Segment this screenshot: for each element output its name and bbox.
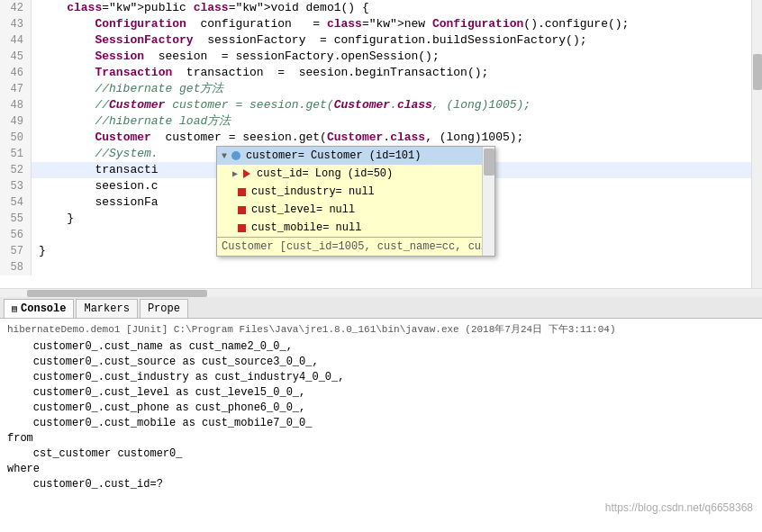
console-tab-prope[interactable]: Prope — [140, 299, 188, 318]
line-number: 53 — [0, 178, 32, 194]
console-line: customer0_.cust_name as cust_name2_0_0_, — [7, 339, 755, 355]
ac-scrollbar[interactable] — [482, 147, 494, 256]
autocomplete-popup[interactable]: ▼customer= Customer (id=101)▶cust_id= Lo… — [216, 146, 495, 257]
ac-item[interactable]: ▼customer= Customer (id=101) — [217, 147, 494, 165]
code-editor[interactable]: 42 class="kw">public class="kw">void dem… — [0, 0, 751, 288]
console-header: hibernateDemo.demo1 [JUnit] C:\Program F… — [7, 322, 755, 336]
code-line: 47 //hibernate get方法 — [0, 81, 751, 97]
line-number: 58 — [0, 259, 32, 275]
ac-item-icon — [235, 221, 248, 234]
code-line: 50 Customer customer = seesion.get(Custo… — [0, 130, 751, 146]
ac-item-icon — [240, 167, 253, 180]
ac-item[interactable]: cust_mobile= null — [217, 219, 494, 237]
console-tab-label: Console — [21, 302, 66, 315]
line-number: 57 — [0, 243, 32, 259]
console-lines: customer0_.cust_name as cust_name2_0_0_,… — [7, 339, 755, 492]
line-number: 47 — [0, 81, 32, 97]
ac-item-icon — [235, 185, 248, 198]
code-line: 44 SessionFactory sessionFactory = confi… — [0, 32, 751, 49]
console-line: customer0_.cust_phone as cust_phone6_0_0… — [7, 401, 755, 416]
code-line: 43 Configuration configuration = class="… — [0, 16, 751, 32]
code-line: 48 //Customer customer = seesion.get(Cus… — [0, 97, 751, 113]
code-line: 42 class="kw">public class="kw">void dem… — [0, 0, 751, 16]
console-tab-markers[interactable]: Markers — [76, 299, 137, 318]
line-number: 51 — [0, 146, 32, 162]
line-content: class="kw">public class="kw">void demo1(… — [32, 0, 751, 16]
ac-item-text: cust_industry= null — [251, 185, 375, 198]
line-content: Session seesion = sessionFactory.openSes… — [32, 49, 751, 65]
console-tabs: ▤ConsoleMarkersPrope — [0, 297, 762, 319]
editor-hscrollbar[interactable] — [0, 288, 762, 297]
line-number: 42 — [0, 0, 32, 16]
code-line: 45 Session seesion = sessionFactory.open… — [0, 49, 751, 65]
console-line: customer0_.cust_industry as cust_industr… — [7, 370, 755, 385]
ac-item[interactable]: cust_industry= null — [217, 183, 494, 201]
line-content: Transaction transaction = seesion.beginT… — [32, 65, 751, 81]
console-line: customer0_.cust_id=? — [7, 477, 755, 492]
code-line: 46 Transaction transaction = seesion.beg… — [0, 65, 751, 81]
code-line: 49 //hibernate load方法 — [0, 113, 751, 130]
console-output: hibernateDemo.demo1 [JUnit] C:\Program F… — [0, 319, 762, 523]
line-number: 49 — [0, 113, 32, 130]
line-number: 50 — [0, 130, 32, 146]
console-tab-label: Markers — [84, 302, 129, 315]
ac-tooltip: Customer [cust_id=1005, cust_name=cc, cu… — [217, 237, 494, 256]
line-content: //hibernate get方法 — [32, 81, 751, 97]
console-tab-label: Prope — [148, 302, 180, 315]
main-container: 42 class="kw">public class="kw">void dem… — [0, 0, 762, 523]
console-icon: ▤ — [12, 303, 17, 314]
ac-item-text: cust_mobile= null — [251, 221, 361, 234]
line-number: 44 — [0, 32, 32, 49]
line-number: 45 — [0, 49, 32, 65]
line-content: Configuration configuration = class="kw"… — [32, 16, 751, 32]
line-number: 48 — [0, 97, 32, 113]
ac-scroll-thumb — [484, 149, 494, 176]
ac-item-icon — [230, 149, 242, 162]
editor-hscroll-thumb — [27, 290, 207, 297]
line-content: //Customer customer = seesion.get(Custom… — [32, 97, 751, 113]
console-line: cst_customer customer0_ — [7, 446, 755, 462]
line-number: 43 — [0, 16, 32, 32]
watermark: https://blog.csdn.net/q6658368 — [605, 501, 753, 514]
ac-item[interactable]: ▶cust_id= Long (id=50) — [217, 165, 494, 183]
ac-item-icon — [235, 203, 248, 216]
ac-item-text: cust_id= Long (id=50) — [257, 167, 393, 180]
console-tab-console[interactable]: ▤Console — [4, 299, 74, 318]
editor-area: 42 class="kw">public class="kw">void dem… — [0, 0, 762, 288]
console-line: customer0_.cust_source as cust_source3_0… — [7, 355, 755, 370]
console-area: ▤ConsoleMarkersPrope hibernateDemo.demo1… — [0, 297, 762, 523]
line-number: 46 — [0, 65, 32, 81]
code-line: 58 — [0, 259, 751, 275]
editor-vscrollbar[interactable] — [751, 0, 762, 288]
ac-item[interactable]: cust_level= null — [217, 201, 494, 219]
ac-item-text: cust_level= null — [251, 203, 355, 216]
line-content: Customer customer = seesion.get(Customer… — [32, 130, 751, 146]
console-line: from — [7, 431, 755, 446]
line-number: 54 — [0, 194, 32, 211]
line-number: 52 — [0, 162, 32, 178]
line-content: //hibernate load方法 — [32, 113, 751, 130]
editor-vscroll-thumb — [753, 54, 762, 90]
ac-item-text: customer= Customer (id=101) — [246, 149, 421, 162]
line-content: SessionFactory sessionFactory = configur… — [32, 32, 751, 49]
console-line: customer0_.cust_level as cust_level5_0_0… — [7, 385, 755, 401]
line-number: 56 — [0, 227, 32, 243]
console-line: where — [7, 462, 755, 477]
console-line: customer0_.cust_mobile as cust_mobile7_0… — [7, 416, 755, 431]
line-number: 55 — [0, 211, 32, 227]
